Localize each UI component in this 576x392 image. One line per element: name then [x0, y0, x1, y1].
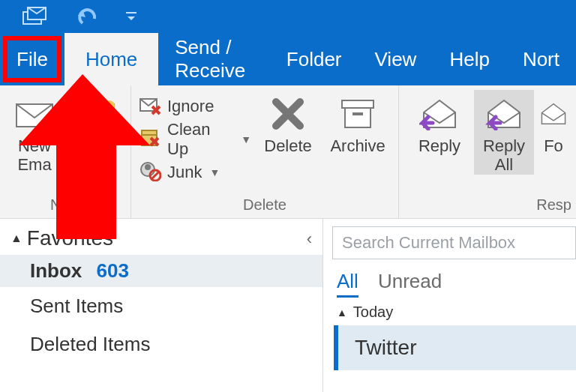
- message-sender: Twitter: [355, 336, 416, 359]
- button-label: Archive: [330, 136, 385, 155]
- collapse-triangle-icon: ▲: [10, 232, 22, 245]
- navigation-pane: ▲ Favorites ‹ Inbox 603 Sent Items Delet…: [0, 219, 322, 392]
- tab-label: Help: [449, 48, 489, 71]
- group-label: Today: [353, 304, 393, 321]
- tab-file[interactable]: File: [0, 33, 64, 85]
- tab-folder[interactable]: Folder: [270, 33, 358, 85]
- folder-name: Deleted Items: [30, 333, 150, 355]
- button-label: Delete: [264, 136, 312, 155]
- favorites-header[interactable]: ▲ Favorites: [0, 219, 322, 255]
- tab-view[interactable]: View: [358, 33, 434, 85]
- folder-name: Inbox: [30, 259, 82, 282]
- folder-deleted-items[interactable]: Deleted Items: [0, 325, 322, 364]
- tab-partial[interactable]: Nort: [506, 33, 576, 85]
- svg-rect-12: [342, 100, 374, 108]
- tab-send-receive[interactable]: Send / Receive: [158, 33, 270, 85]
- unread-count: 603: [97, 259, 129, 282]
- message-list-pane: All Unread ▲ Today Twitter: [322, 219, 576, 392]
- favorites-label: Favorites: [27, 226, 113, 250]
- delete-button[interactable]: Delete: [259, 90, 317, 155]
- folder-sent-items[interactable]: Sent Items: [0, 287, 322, 325]
- tab-label: File: [16, 48, 48, 71]
- ribbon-tabs: File Home Send / Receive Folder View Hel…: [0, 33, 576, 85]
- new-items-button[interactable]: [69, 90, 123, 135]
- mail-stack-icon[interactable]: [22, 7, 48, 26]
- undo-icon[interactable]: [75, 7, 98, 26]
- ribbon-group-new: New Ema New: [0, 85, 131, 218]
- folder-name: Sent Items: [30, 295, 123, 317]
- reply-envelope-icon: [419, 93, 460, 135]
- button-label: New Ema: [17, 136, 51, 175]
- junk-button[interactable]: Junk ▼: [139, 156, 251, 189]
- svg-rect-14: [352, 112, 363, 115]
- tab-label: Send / Receive: [175, 36, 254, 82]
- tab-label: View: [375, 48, 417, 71]
- svg-rect-13: [345, 108, 370, 127]
- button-label: Junk: [167, 163, 202, 182]
- title-bar: [0, 0, 576, 33]
- cleanup-icon: [139, 127, 161, 151]
- archive-button[interactable]: Archive: [325, 90, 391, 155]
- chevron-down-icon: ▼: [209, 166, 220, 178]
- reply-all-button[interactable]: Reply All: [474, 90, 534, 175]
- folder-inbox[interactable]: Inbox 603: [0, 255, 322, 287]
- group-label: Delete: [131, 195, 398, 218]
- delete-x-icon: [270, 93, 306, 135]
- tab-help[interactable]: Help: [433, 33, 506, 85]
- group-label: Resp: [399, 195, 576, 218]
- archive-icon: [339, 93, 376, 135]
- new-email-button[interactable]: New Ema: [8, 90, 62, 175]
- date-group-header[interactable]: ▲ Today: [323, 301, 576, 322]
- button-label: Clean Up: [167, 120, 233, 159]
- customize-qat-icon[interactable]: [124, 10, 138, 23]
- forward-button[interactable]: Fo: [538, 90, 568, 155]
- svg-rect-8: [142, 130, 157, 135]
- ignore-icon: [139, 94, 161, 118]
- cleanup-button[interactable]: Clean Up ▼: [139, 123, 251, 156]
- button-label: Fo: [544, 136, 563, 155]
- ribbon-group-respond: Reply Reply All Fo Resp: [399, 85, 576, 218]
- button-label: Reply All: [483, 136, 525, 175]
- filter-unread[interactable]: Unread: [378, 270, 442, 298]
- tab-label: Nort: [523, 48, 560, 71]
- envelope-icon: [15, 93, 54, 135]
- chevron-down-icon: ▼: [241, 133, 251, 145]
- envelope-star-icon: [76, 93, 116, 135]
- svg-rect-2: [126, 12, 136, 13]
- tab-home[interactable]: Home: [64, 33, 158, 85]
- svg-point-10: [145, 164, 151, 170]
- tab-label: Home: [86, 48, 137, 71]
- junk-icon: [139, 160, 161, 184]
- reply-all-envelope-icon: [484, 93, 524, 135]
- filter-all[interactable]: All: [337, 270, 358, 298]
- search-input[interactable]: [332, 226, 576, 259]
- ribbon-group-delete: Ignore Clean Up ▼ Junk ▼: [131, 85, 399, 218]
- ribbon: New Ema New Ignore: [0, 85, 576, 219]
- svg-point-5: [104, 100, 115, 111]
- filter-tabs: All Unread: [323, 265, 576, 301]
- collapse-triangle-icon: ▲: [337, 307, 347, 319]
- content-area: ▲ Favorites ‹ Inbox 603 Sent Items Delet…: [0, 219, 576, 392]
- ignore-button[interactable]: Ignore: [139, 90, 251, 123]
- group-label: New: [0, 195, 130, 218]
- tab-label: Folder: [286, 48, 342, 71]
- forward-envelope-icon: [538, 93, 568, 135]
- collapse-pane-icon[interactable]: ‹: [307, 229, 312, 249]
- button-label: Ignore: [167, 97, 214, 116]
- reply-button[interactable]: Reply: [410, 90, 470, 155]
- button-label: Reply: [418, 136, 460, 155]
- message-item[interactable]: Twitter: [334, 325, 576, 370]
